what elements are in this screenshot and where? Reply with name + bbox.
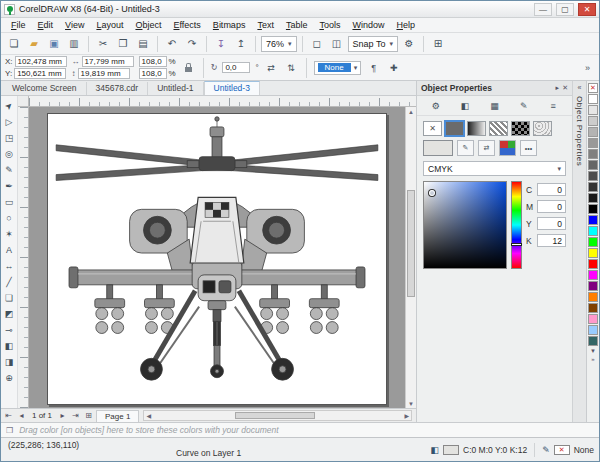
vertical-ruler[interactable] — [18, 107, 29, 408]
zoom-tool-button[interactable]: ◎ — [2, 146, 17, 161]
mirror-horizontal-button[interactable]: ⇄ — [264, 60, 279, 75]
palette-color-5[interactable] — [588, 127, 598, 137]
palette-color-16[interactable] — [588, 248, 598, 258]
palette-color-17[interactable] — [588, 259, 598, 269]
drop-shadow-tool-button[interactable]: ❏ — [2, 290, 17, 305]
palette-color-9[interactable] — [588, 171, 598, 181]
redo-icon[interactable]: ↷ — [183, 35, 201, 53]
cmyk-y-input[interactable]: 0 — [537, 217, 566, 230]
wrap-text-button[interactable]: ¶ — [366, 60, 381, 75]
scroll-down-icon[interactable]: ▼ — [408, 399, 414, 408]
menu-item-bitmaps[interactable]: Bitmaps — [207, 19, 252, 31]
scroll-up-icon[interactable]: ▲ — [408, 107, 414, 116]
palette-color-8[interactable] — [588, 160, 598, 170]
palette-color-15[interactable] — [588, 237, 598, 247]
palette-color-21[interactable] — [588, 303, 598, 313]
last-page-button[interactable]: ⇥ — [70, 411, 81, 420]
view-navigator-icon[interactable]: ◫ — [328, 35, 346, 53]
freehand-tool-button[interactable]: ✎ — [2, 162, 17, 177]
palette-flyout-icon[interactable]: » — [591, 356, 594, 362]
palette-color-1[interactable]: ✕ — [588, 83, 598, 93]
close-button[interactable]: ✕ — [578, 3, 596, 16]
summary-tab[interactable]: ≡ — [544, 98, 562, 114]
horizontal-scrollbar[interactable]: ◀ ▶ — [143, 410, 412, 421]
document-tab-2[interactable]: 345678.cdr — [87, 82, 149, 95]
docker-float-icon[interactable]: ▸ — [556, 84, 560, 92]
x-position-field[interactable]: 102,478 mm — [15, 56, 67, 67]
undo-icon[interactable]: ↶ — [163, 35, 181, 53]
palette-color-13[interactable] — [588, 215, 598, 225]
hue-slider-handle[interactable] — [511, 243, 522, 246]
wrench-tab[interactable]: ⚙ — [427, 98, 445, 114]
cmyk-m-input[interactable]: 0 — [537, 200, 566, 213]
previous-page-button[interactable]: ◂ — [16, 411, 27, 420]
fill-tab[interactable]: ◧ — [456, 98, 474, 114]
crop-tool-button[interactable]: ◳ — [2, 130, 17, 145]
snap-to-dropdown[interactable]: Snap To▾ — [348, 36, 398, 52]
scroll-right-icon[interactable]: ▶ — [404, 411, 409, 420]
menu-item-table[interactable]: Table — [280, 19, 314, 31]
status-fill-swatch[interactable] — [443, 445, 459, 455]
menu-item-effects[interactable]: Effects — [167, 19, 206, 31]
save-icon[interactable]: ▣ — [45, 35, 63, 53]
mirror-vertical-button[interactable]: ⇅ — [284, 60, 299, 75]
menu-item-window[interactable]: Window — [346, 19, 390, 31]
color-selector-handle[interactable] — [429, 190, 435, 196]
palette-scroll-down-icon[interactable]: ▼ — [590, 348, 596, 354]
text-tool-button[interactable]: A — [2, 242, 17, 257]
shape-tool-button[interactable]: ▷ — [2, 114, 17, 129]
cut-icon[interactable]: ✂ — [94, 35, 112, 53]
parallel-dimension-tool-button[interactable]: ↔ — [2, 258, 17, 273]
zoom-level-select[interactable]: 76%▾ — [261, 36, 297, 52]
palette-color-23[interactable] — [588, 325, 598, 335]
horizontal-scroll-thumb[interactable] — [235, 412, 315, 419]
document-tab-4[interactable]: Untitled-3 — [204, 81, 260, 95]
interactive-fill-tool-button[interactable]: ◧ — [2, 338, 17, 353]
menu-item-help[interactable]: Help — [390, 19, 421, 31]
more-fill-options-button[interactable]: ••• — [520, 140, 537, 156]
horizontal-ruler[interactable] — [29, 96, 416, 107]
document-tab-1[interactable]: Welcome Screen — [3, 82, 87, 95]
lock-ratio-button[interactable] — [181, 60, 196, 75]
print-icon[interactable]: ▥ — [65, 35, 83, 53]
color-model-select[interactable]: CMYK ▾ — [423, 161, 566, 176]
rotation-angle-field[interactable]: 0,0 — [222, 62, 250, 73]
palette-color-14[interactable] — [588, 226, 598, 236]
status-outline-swatch[interactable]: ✕ — [554, 445, 570, 455]
palette-color-20[interactable] — [588, 292, 598, 302]
palette-color-22[interactable] — [588, 314, 598, 324]
eyedropper-button[interactable]: ✎ — [457, 140, 474, 156]
object-height-field[interactable]: 19,819 mm — [78, 68, 130, 79]
palette-color-6[interactable] — [588, 138, 598, 148]
vertical-scrollbar[interactable]: ▲ ▼ — [405, 107, 416, 408]
convert-to-curves-button[interactable]: ✚ — [386, 60, 401, 75]
rectangle-tool-button[interactable]: ▭ — [2, 194, 17, 209]
uniform-fill-button[interactable] — [445, 121, 464, 136]
pick-tool-button[interactable]: ➤ — [2, 98, 17, 113]
palette-picker-button[interactable] — [499, 140, 516, 156]
hue-slider[interactable] — [511, 181, 522, 269]
cmyk-k-input[interactable]: 12 — [537, 234, 566, 247]
palette-color-7[interactable] — [588, 149, 598, 159]
transparency-tab[interactable]: ▦ — [485, 98, 503, 114]
color-field[interactable] — [423, 181, 507, 269]
export-icon[interactable]: ↥ — [232, 35, 250, 53]
palette-color-19[interactable] — [588, 281, 598, 291]
add-tools-button[interactable]: ⊕ — [2, 370, 17, 385]
copy-icon[interactable]: ❐ — [114, 35, 132, 53]
menu-item-file[interactable]: File — [5, 19, 32, 31]
smart-fill-tool-button[interactable]: ◨ — [2, 354, 17, 369]
palette-color-18[interactable] — [588, 270, 598, 280]
y-position-field[interactable]: 150,621 mm — [14, 68, 66, 79]
palette-color-24[interactable] — [588, 336, 598, 346]
ellipse-tool-button[interactable]: ○ — [2, 210, 17, 225]
docker-vertical-tab[interactable]: Object Properties — [575, 96, 584, 166]
menu-item-object[interactable]: Object — [129, 19, 167, 31]
outline-width-select[interactable]: None▾ — [314, 61, 362, 75]
document-tab-3[interactable]: Untitled-1 — [148, 82, 203, 95]
import-icon[interactable]: ↧ — [212, 35, 230, 53]
palette-color-4[interactable] — [588, 116, 598, 126]
cmyk-c-input[interactable]: 0 — [537, 183, 566, 196]
ruler-origin-button[interactable] — [18, 96, 29, 107]
add-page-button[interactable]: ⊞ — [83, 411, 94, 420]
